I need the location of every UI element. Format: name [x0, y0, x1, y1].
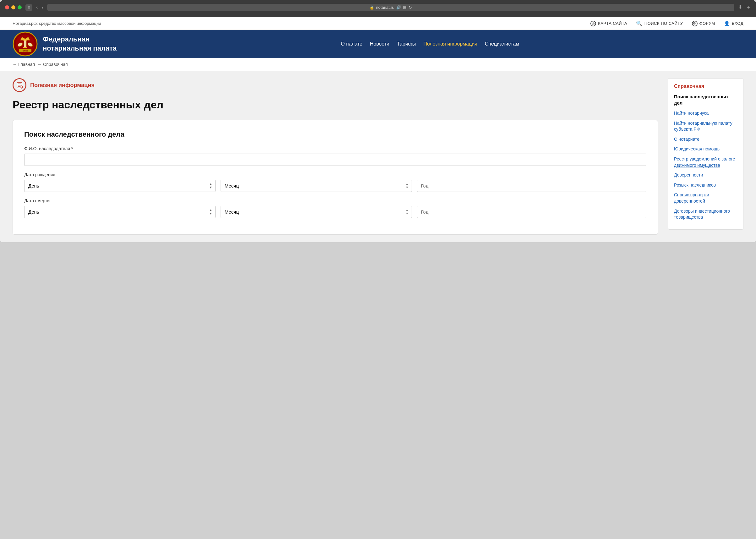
utility-nav: ◎ КАРТА САЙТА 🔍 ПОИСК ПО САЙТУ ⚙ ФОРУМ 👤…	[590, 21, 743, 26]
birth-year-input[interactable]	[417, 180, 647, 192]
site-info: Нотариат.рф: средство массовой информаци…	[13, 21, 101, 26]
main-layout: ? Полезная информация Реестр наследствен…	[0, 71, 756, 242]
birth-day-wrap: День ▲▼	[24, 180, 215, 192]
search-icon: 🔍	[636, 21, 642, 26]
death-date-label: Дата смерти	[24, 198, 646, 203]
nav-item-about[interactable]: О палате	[337, 38, 366, 49]
death-date-row: День ▲▼ Месяц ▲▼	[24, 206, 646, 218]
sidebar-section: Справочная Поиск наследственных дел Найт…	[668, 78, 743, 230]
sidebar-link-about-notariat[interactable]: О нотариате	[674, 136, 737, 143]
section-icon: ?	[13, 78, 26, 92]
section-label: Полезная информация	[30, 82, 95, 89]
page-title: Реестр наследственных дел	[13, 98, 658, 111]
login-label: ВХОД	[732, 21, 743, 26]
translate-icon: ⊞	[403, 5, 407, 10]
death-day-wrap: День ▲▼	[24, 206, 215, 218]
search-link[interactable]: 🔍 ПОИСК ПО САЙТУ	[636, 21, 683, 26]
download-icon[interactable]: ⬇	[738, 4, 742, 11]
nav-item-tariffs[interactable]: Тарифы	[393, 38, 419, 49]
fio-label: Ф.И.О. наследодателя *	[24, 146, 646, 151]
lock-icon: 🔒	[370, 5, 374, 10]
main-nav: О палате Новости Тарифы Полезная информа…	[117, 38, 743, 49]
address-bar[interactable]: 🔒 notariat.ru 🔊 ⊞ ↻	[47, 4, 734, 11]
fio-group: Ф.И.О. наследодателя *	[24, 146, 646, 166]
breadcrumb: ← Главная ← Справочная	[0, 58, 756, 71]
svg-rect-4	[23, 47, 27, 48]
utility-bar: Нотариат.рф: средство массовой информаци…	[0, 17, 756, 30]
forward-button[interactable]: ›	[42, 5, 43, 10]
death-year-input[interactable]	[417, 206, 647, 218]
sidebar-title: Справочная	[674, 84, 737, 89]
sidebar-link-pledge-registry[interactable]: Реестр уведомлений о залоге движимого им…	[674, 156, 737, 168]
birth-year-wrap	[417, 180, 647, 192]
minimize-button[interactable]	[11, 5, 15, 9]
sidebar-link-proxy-check[interactable]: Сервис проверки доверенностей	[674, 192, 737, 204]
birth-date-row: День ▲▼ Месяц ▲▼	[24, 180, 646, 192]
forum-icon: ⚙	[692, 21, 698, 26]
sitemap-icon: ◎	[590, 21, 596, 26]
birth-date-group: Дата рождения День ▲▼ Месяц ▲▼	[24, 172, 646, 192]
fio-input[interactable]	[24, 154, 646, 166]
breadcrumb-home[interactable]: ← Главная	[13, 62, 35, 67]
logo-area: ФНП Федеральная нотариальная палата	[13, 32, 117, 56]
sidebar-link-heir-search[interactable]: Розыск наследников	[674, 182, 737, 189]
death-month-wrap: Месяц ▲▼	[220, 206, 412, 218]
search-card-title: Поиск наследственного дела	[24, 130, 646, 138]
forum-label: ФОРУМ	[700, 21, 715, 26]
death-date-group: Дата смерти День ▲▼ Месяц ▲▼	[24, 198, 646, 218]
audio-icon: 🔊	[396, 5, 401, 10]
section-header: ? Полезная информация	[13, 78, 658, 92]
login-link[interactable]: 👤 ВХОД	[724, 21, 743, 26]
sidebar-link-find-notary[interactable]: Найти нотариуса	[674, 110, 737, 116]
content-area: ? Полезная информация Реестр наследствен…	[13, 78, 658, 235]
svg-rect-5	[23, 39, 27, 40]
user-icon: 👤	[724, 21, 730, 26]
nav-item-news[interactable]: Новости	[366, 38, 393, 49]
sidebar-link-investment[interactable]: Договоры инвестиционного товарищества	[674, 208, 737, 220]
fullscreen-button[interactable]	[18, 5, 22, 9]
sidebar-link-find-chamber[interactable]: Найти нотариальную палату субъекта РФ	[674, 120, 737, 132]
sitemap-label: КАРТА САЙТА	[598, 21, 627, 26]
nav-header: ФНП Федеральная нотариальная палата О па…	[0, 30, 756, 58]
breadcrumb-reference[interactable]: ← Справочная	[38, 62, 67, 67]
logo-emblem: ФНП	[13, 32, 38, 56]
search-label: ПОИСК ПО САЙТУ	[644, 21, 683, 26]
sitemap-link[interactable]: ◎ КАРТА САЙТА	[590, 21, 627, 26]
nav-item-useful[interactable]: Полезная информация	[419, 38, 481, 49]
death-day-select[interactable]: День	[24, 206, 215, 218]
url-text: notariat.ru	[376, 5, 395, 10]
new-tab-icon[interactable]: ＋	[746, 4, 751, 11]
traffic-lights	[5, 5, 22, 9]
sidebar-toggle-button[interactable]: ⊟	[26, 4, 32, 11]
birth-month-select[interactable]: Месяц	[220, 180, 412, 192]
svg-text:ФНП: ФНП	[23, 50, 28, 52]
sidebar-link-legal-help[interactable]: Юридическая помощь	[674, 146, 737, 152]
birth-date-label: Дата рождения	[24, 172, 646, 177]
sidebar-active-item: Поиск наследственных дел	[674, 94, 737, 106]
birth-month-wrap: Месяц ▲▼	[220, 180, 412, 192]
search-card: Поиск наследственного дела Ф.И.О. наслед…	[13, 120, 658, 235]
sidebar-link-proxy[interactable]: Доверенности	[674, 172, 737, 179]
birth-day-select[interactable]: День	[24, 180, 215, 192]
site-title: Федеральная нотариальная палата	[43, 35, 117, 53]
close-button[interactable]	[5, 5, 9, 9]
forum-link[interactable]: ⚙ ФОРУМ	[692, 21, 715, 26]
death-year-wrap	[417, 206, 647, 218]
death-month-select[interactable]: Месяц	[220, 206, 412, 218]
refresh-icon[interactable]: ↻	[408, 5, 412, 10]
nav-item-specialists[interactable]: Специалистам	[481, 38, 523, 49]
svg-rect-3	[24, 40, 26, 47]
sidebar: Справочная Поиск наследственных дел Найт…	[668, 78, 743, 235]
back-button[interactable]: ‹	[36, 5, 38, 10]
